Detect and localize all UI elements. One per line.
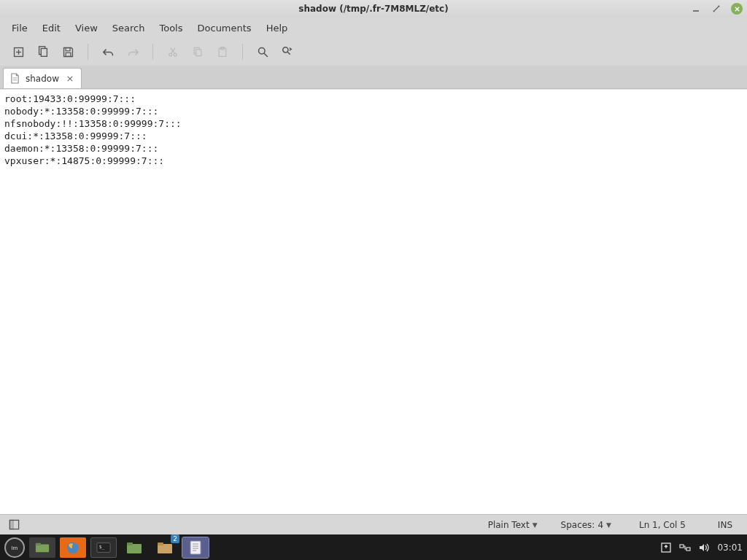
save-button[interactable] [57,41,79,63]
file-manager-task[interactable]: 2 [152,537,178,558]
toolbar [0,38,747,66]
cut-button[interactable] [162,41,184,63]
system-tray: 03:01 [660,534,743,560]
menu-file[interactable]: File [4,20,35,36]
files-launcher[interactable] [121,537,147,558]
svg-rect-46 [680,545,684,548]
editor-window: shadow (/tmp/.fr-7M8MLZ/etc) File Edit V… [0,0,747,534]
menu-tools[interactable]: Tools [152,20,190,36]
network-icon[interactable] [679,542,691,553]
toolbar-separator [242,44,243,60]
tab-close-icon[interactable]: × [65,74,75,84]
syntax-selector[interactable]: Plain Text ▼ [484,520,542,530]
find-replace-button[interactable] [276,41,298,63]
svg-rect-12 [66,52,71,56]
svg-rect-47 [686,548,690,551]
svg-text:lm: lm [12,545,18,551]
menu-documents[interactable]: Documents [190,20,259,36]
svg-rect-40 [190,541,201,554]
volume-icon[interactable] [698,542,710,553]
find-button[interactable] [252,41,274,63]
dropdown-icon: ▼ [533,521,538,529]
dropdown-icon: ▼ [606,521,611,529]
indent-selector[interactable]: Spaces: 4 ▼ [557,520,616,530]
svg-text:$_: $_ [99,543,105,549]
window-title: shadow (/tmp/.fr-7M8MLZ/etc) [298,4,448,14]
clock[interactable]: 03:01 [717,542,743,553]
tab-bar: shadow × [0,66,747,89]
menu-view[interactable]: View [68,20,105,36]
start-menu-button[interactable]: lm [4,537,25,558]
svg-rect-39 [158,542,163,545]
svg-point-2 [718,6,719,7]
terminal-launcher[interactable]: $_ [90,537,117,558]
svg-line-3 [715,7,719,11]
statusbar: Plain Text ▼ Spaces: 4 ▼ Ln 1, Col 5 INS [0,514,747,534]
paste-button[interactable] [212,41,233,63]
svg-rect-32 [36,542,41,545]
text-editor-area[interactable]: root:19433:0:99999:7::: nobody:*:13358:0… [0,89,747,514]
taskbar: lm $_ 2 03:01 [0,534,747,560]
insert-mode[interactable]: INS [709,520,741,530]
syntax-label: Plain Text [488,520,530,530]
menu-search[interactable]: Search [105,20,152,36]
undo-button[interactable] [97,41,119,63]
tab-label: shadow [26,74,59,84]
svg-rect-37 [127,542,133,545]
svg-line-15 [171,47,176,53]
minimize-button[interactable] [690,3,702,15]
document-icon [9,74,20,84]
show-desktop-button[interactable] [29,537,55,558]
updates-icon[interactable] [660,542,672,553]
svg-point-23 [283,47,288,52]
new-file-button[interactable] [7,41,29,63]
document-tab[interactable]: shadow × [3,68,82,88]
maximize-button[interactable] [711,3,722,15]
menu-help[interactable]: Help [259,20,295,36]
svg-point-1 [713,10,715,12]
svg-rect-10 [41,49,47,57]
redo-button[interactable] [122,41,144,63]
close-button[interactable] [731,3,743,15]
menubar: File Edit View Search Tools Documents He… [0,18,747,38]
toolbar-separator [152,44,153,60]
window-controls [690,0,743,18]
titlebar: shadow (/tmp/.fr-7M8MLZ/etc) [0,0,747,18]
spaces-value: 4 [597,520,603,530]
text-editor-task[interactable] [182,537,209,558]
side-panel-toggle[interactable] [6,517,22,533]
svg-rect-18 [196,50,201,56]
cursor-position[interactable]: Ln 1, Col 5 [630,520,694,530]
spaces-label: Spaces: [561,520,595,530]
svg-line-24 [287,52,290,55]
menu-edit[interactable]: Edit [35,20,68,36]
open-file-button[interactable] [32,41,54,63]
window-count-badge: 2 [171,534,179,543]
svg-line-16 [171,47,175,53]
copy-button[interactable] [187,41,209,63]
svg-line-22 [264,53,267,56]
firefox-launcher[interactable] [60,537,86,558]
toolbar-separator [88,44,88,60]
svg-rect-29 [9,520,13,529]
